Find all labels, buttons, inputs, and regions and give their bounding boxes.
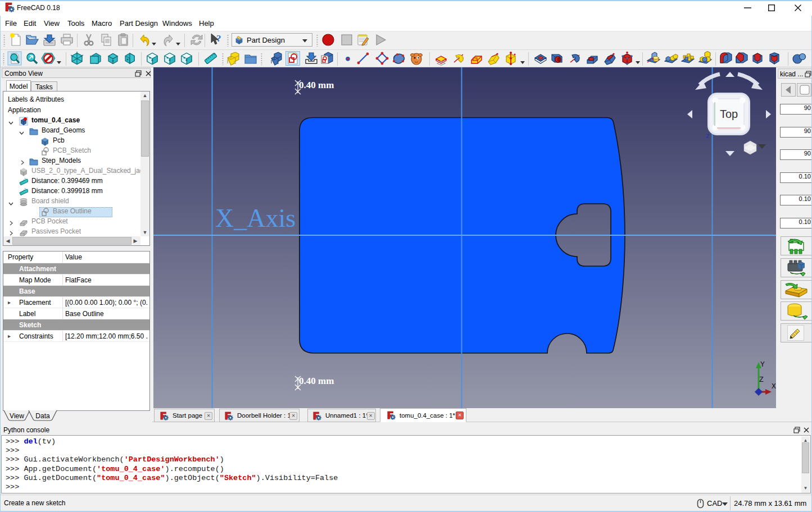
svg-text:Y: Y [760, 360, 765, 369]
svg-text:0.40 mm: 0.40 mm [299, 80, 334, 90]
svg-text:X: X [772, 382, 776, 391]
svg-text:Z: Z [759, 376, 764, 384]
svg-text:0.40 mm: 0.40 mm [299, 376, 334, 386]
svg-text:X_Axis: X_Axis [215, 204, 296, 232]
svg-text:?: ? [216, 33, 221, 44]
svg-text:z: z [706, 131, 710, 140]
svg-text:Top: Top [720, 108, 738, 120]
svg-text:Data: Data [35, 412, 50, 420]
svg-text:View: View [10, 412, 24, 420]
